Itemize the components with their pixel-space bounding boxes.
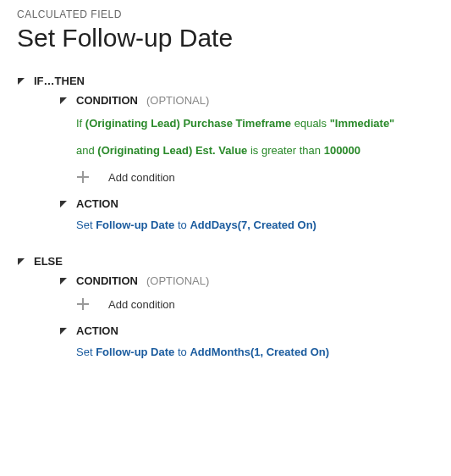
condition-value: "Immediate" — [330, 117, 395, 130]
chevron-down-icon[interactable] — [59, 97, 68, 105]
condition-row[interactable]: and (Originating Lead) Est. Value is gre… — [76, 137, 434, 164]
action-field: Follow-up Date — [96, 219, 174, 231]
else-condition-header[interactable]: CONDITION (OPTIONAL) — [59, 271, 434, 291]
ifthen-action-header[interactable]: ACTION — [59, 194, 434, 213]
ifthen-condition-header[interactable]: CONDITION (OPTIONAL) — [59, 91, 434, 110]
action-row[interactable]: Set Follow-up Date to AddMonths(1, Creat… — [76, 340, 434, 367]
chevron-down-icon[interactable] — [59, 327, 68, 335]
action-row[interactable]: Set Follow-up Date to AddDays(7, Created… — [76, 213, 434, 240]
plus-icon[interactable] — [76, 297, 90, 311]
chevron-down-icon[interactable] — [17, 77, 25, 86]
ifthen-label: IF…THEN — [34, 75, 85, 87]
page-title: Set Follow-up Date — [17, 24, 434, 53]
action-to: to — [178, 346, 187, 358]
add-condition-row[interactable]: Add condition — [76, 163, 434, 194]
condition-prefix: and — [76, 144, 95, 157]
condition-op: equals — [294, 117, 327, 130]
action-func: AddDays(7, Created On) — [190, 219, 316, 231]
condition-label: CONDITION — [76, 274, 138, 287]
chevron-down-icon[interactable] — [17, 257, 25, 266]
else-label: ELSE — [34, 255, 63, 268]
add-condition-label[interactable]: Add condition — [108, 171, 175, 184]
action-label: ACTION — [76, 197, 118, 210]
optional-label: (OPTIONAL) — [146, 274, 209, 287]
action-set: Set — [76, 219, 93, 231]
eyebrow-label: CALCULATED FIELD — [17, 8, 434, 20]
action-set: Set — [76, 346, 93, 358]
condition-field: (Originating Lead) Est. Value — [97, 144, 247, 157]
condition-field: (Originating Lead) Purchase Timeframe — [85, 117, 291, 130]
chevron-down-icon[interactable] — [59, 200, 68, 208]
action-func: AddMonths(1, Created On) — [190, 346, 329, 358]
condition-value: 100000 — [324, 144, 360, 157]
action-label: ACTION — [76, 324, 118, 337]
chevron-down-icon[interactable] — [59, 277, 68, 285]
condition-prefix: If — [76, 117, 82, 130]
condition-row[interactable]: If (Originating Lead) Purchase Timeframe… — [76, 110, 434, 137]
else-action-header[interactable]: ACTION — [59, 321, 434, 340]
ifthen-header[interactable]: IF…THEN — [17, 71, 434, 91]
plus-icon[interactable] — [76, 170, 90, 184]
condition-op: is greater than — [250, 144, 321, 157]
add-condition-label[interactable]: Add condition — [108, 298, 175, 311]
else-header[interactable]: ELSE — [17, 252, 434, 271]
add-condition-row[interactable]: Add condition — [76, 291, 434, 321]
action-field: Follow-up Date — [96, 346, 174, 358]
action-to: to — [178, 219, 187, 231]
condition-label: CONDITION — [76, 94, 138, 107]
optional-label: (OPTIONAL) — [146, 94, 209, 107]
